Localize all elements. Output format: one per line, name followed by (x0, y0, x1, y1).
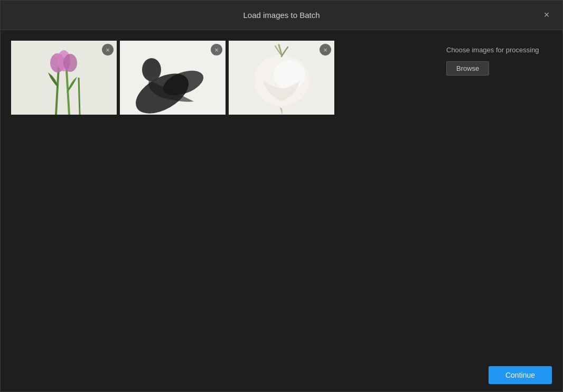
browse-button[interactable]: Browse (446, 61, 489, 76)
images-area: × (11, 41, 430, 348)
close-icon: × (323, 46, 327, 53)
thumbnail-1-close-button[interactable]: × (102, 44, 114, 55)
svg-point-6 (63, 54, 77, 72)
svg-line-3 (79, 78, 80, 115)
close-icon: × (106, 46, 110, 53)
image-grid: × (11, 41, 430, 115)
svg-point-11 (145, 59, 160, 78)
dialog-header: Load images to Batch × (1, 1, 562, 30)
svg-point-15 (274, 60, 305, 90)
dialog-footer: Continue (1, 359, 562, 391)
thumbnail-3-image (229, 41, 334, 115)
continue-button[interactable]: Continue (489, 366, 552, 384)
thumbnail-2-close-button[interactable]: × (211, 44, 222, 55)
close-icon: × (214, 46, 219, 53)
thumbnail-2-image (120, 41, 226, 115)
dialog-close-button[interactable]: × (539, 8, 554, 23)
dialog-body: × (1, 30, 562, 359)
load-images-dialog: Load images to Batch × (0, 0, 563, 392)
close-icon: × (544, 10, 550, 21)
thumbnail-1: × (11, 41, 117, 115)
dialog-title: Load images to Batch (243, 11, 320, 20)
thumbnail-1-image (11, 41, 117, 115)
thumbnail-3: × (229, 41, 334, 115)
sidebar: Choose images for processing Browse (446, 41, 552, 348)
thumbnail-2: × (120, 41, 226, 115)
thumbnail-3-close-button[interactable]: × (320, 44, 331, 55)
choose-images-label: Choose images for processing (446, 46, 552, 54)
